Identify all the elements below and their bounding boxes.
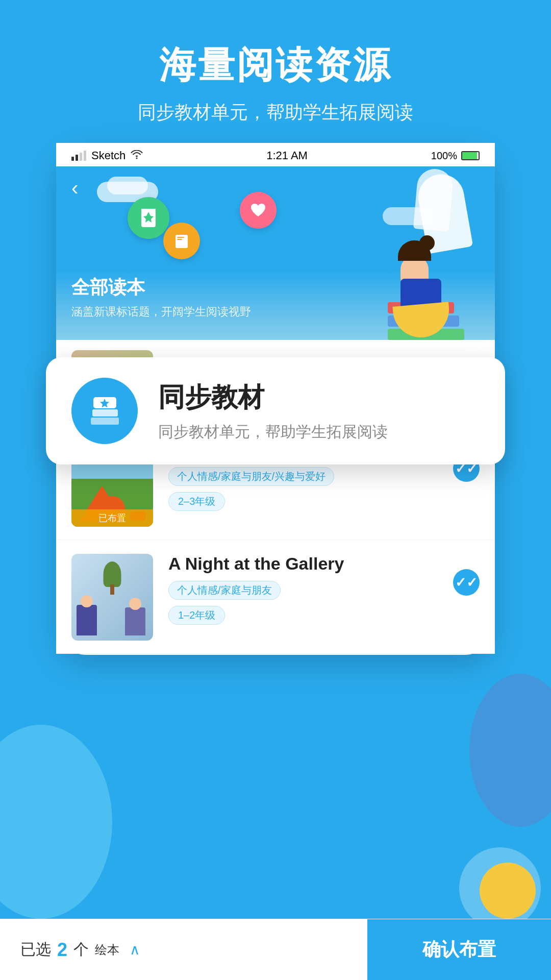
status-time: 1:21 AM — [266, 149, 308, 162]
selected-suffix: 绘本 — [95, 942, 119, 958]
page-subtitle: 同步教材单元，帮助学生拓展阅读 — [0, 100, 551, 125]
selected-count: 2 — [57, 939, 67, 961]
svg-rect-3 — [176, 235, 188, 248]
bg-decoration-yellow — [480, 863, 536, 919]
svg-rect-5 — [177, 239, 182, 240]
book-grade-2: 2–3年级 — [168, 492, 225, 511]
feature-card-desc: 同步教材单元，帮助学生拓展阅读 — [158, 422, 388, 443]
selected-unit: 个 — [73, 939, 89, 960]
icon-book-orange[interactable] — [163, 223, 200, 259]
carrier-label: Sketch — [91, 149, 126, 162]
status-left: Sketch — [71, 149, 143, 162]
feature-card: 同步教材 同步教材单元，帮助学生拓展阅读 — [46, 357, 505, 464]
book-tags-2: 个人情感/家庭与朋友/兴趣与爱好 — [168, 467, 438, 486]
selected-prefix: 已选 — [20, 939, 51, 960]
header-nav: ‹ — [56, 166, 495, 210]
book-cover-3 — [71, 554, 153, 641]
app-header: ‹ — [56, 166, 495, 340]
wifi-icon — [131, 150, 143, 162]
confirm-label: 确认布置 — [422, 937, 496, 962]
book-info-3: A Night at the Gallery 个人情感/家庭与朋友 1–2年级 — [168, 554, 438, 625]
book-badge-2: 已布置 — [71, 509, 153, 527]
book-grade-3: 1–2年级 — [168, 606, 225, 625]
icon-bookmark-green[interactable] — [128, 197, 169, 239]
bg-decoration-right-top — [469, 674, 551, 827]
svg-rect-4 — [177, 237, 184, 238]
status-right: 100% — [431, 150, 480, 162]
top-section: 海量阅读资源 同步教材单元，帮助学生拓展阅读 — [0, 0, 551, 125]
book-tag-2-1: 个人情感/家庭与朋友/兴趣与爱好 — [168, 467, 334, 486]
bg-decoration-left — [0, 725, 112, 919]
feature-card-icon — [71, 378, 138, 444]
book-title-3: A Night at the Gallery — [168, 554, 438, 574]
confirm-button[interactable]: 确认布置 — [367, 919, 551, 980]
battery-icon — [461, 151, 480, 160]
svg-rect-6 — [91, 418, 119, 425]
header-text: 全部读本 涵盖新课标话题，开阔学生阅读视野 — [71, 275, 251, 320]
status-bar: Sketch 1:21 AM 100% — [56, 143, 495, 166]
chevron-up-icon[interactable]: ∧ — [130, 941, 140, 958]
signal-icon — [71, 151, 86, 161]
header-title: 全部读本 — [71, 275, 251, 300]
book-item-3: A Night at the Gallery 个人情感/家庭与朋友 1–2年级 … — [56, 541, 495, 654]
book-tag-3-1: 个人情感/家庭与朋友 — [168, 581, 281, 600]
selected-info: 已选 2 个 绘本 ∧ — [0, 939, 367, 961]
feature-card-text: 同步教材 同步教材单元，帮助学生拓展阅读 — [158, 380, 388, 443]
header-desc: 涵盖新课标话题，开阔学生阅读视野 — [71, 304, 251, 320]
page-title: 海量阅读资源 — [0, 41, 551, 90]
svg-point-0 — [136, 157, 138, 159]
back-button[interactable]: ‹ — [71, 177, 78, 200]
book-checkbox-3[interactable]: ✓ — [453, 569, 480, 596]
icon-heart-pink[interactable] — [240, 192, 277, 229]
battery-percent: 100% — [431, 150, 457, 162]
feature-card-title: 同步教材 — [158, 380, 388, 415]
bottom-bar: 已选 2 个 绘本 ∧ 确认布置 — [0, 919, 551, 980]
book-tags-3: 个人情感/家庭与朋友 — [168, 581, 438, 600]
svg-rect-7 — [92, 409, 118, 416]
